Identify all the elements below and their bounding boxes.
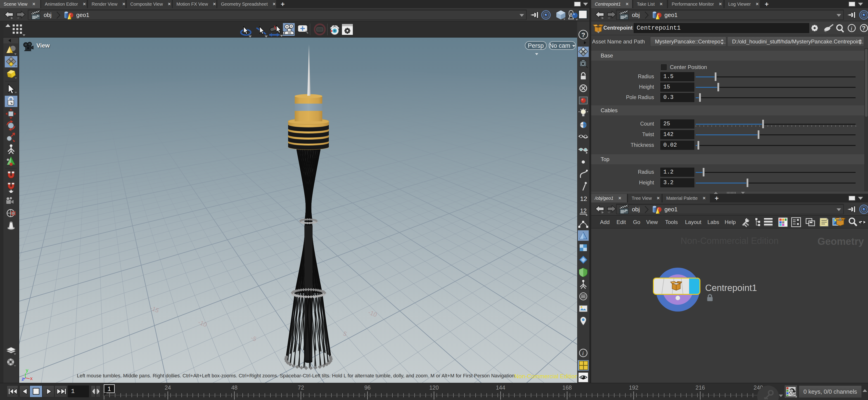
svg-text:y: y	[26, 368, 28, 373]
svg-text:48: 48	[231, 384, 238, 391]
svg-text:120: 120	[429, 384, 439, 391]
svg-text:i: i	[582, 350, 584, 357]
svg-text:12: 12	[580, 195, 587, 202]
svg-text:72: 72	[298, 384, 304, 391]
svg-text:12: 12	[580, 207, 587, 214]
svg-text:i: i	[850, 25, 852, 32]
svg-text:96: 96	[364, 384, 371, 391]
svg-text:x: x	[30, 375, 33, 381]
svg-text:24: 24	[165, 384, 171, 391]
svg-text:1: 1	[107, 385, 111, 392]
svg-text:?: ?	[862, 25, 866, 32]
svg-text:144: 144	[496, 384, 505, 391]
svg-text:168: 168	[562, 384, 572, 391]
svg-text:192: 192	[629, 384, 639, 391]
svg-text:z: z	[22, 376, 24, 381]
svg-text:216: 216	[695, 384, 705, 391]
